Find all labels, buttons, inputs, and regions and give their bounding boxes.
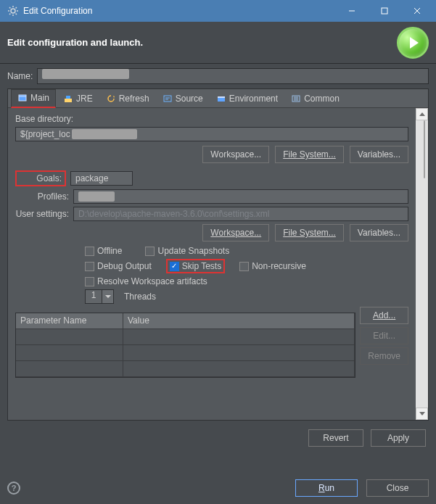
param-remove-button: Remove (360, 347, 408, 365)
param-edit-button: Edit... (360, 327, 408, 344)
svg-rect-10 (382, 8, 387, 14)
title-bar: Edit Configuration (0, 0, 436, 22)
config-panel: Main JRE Refresh Source Environment Comm… (7, 88, 429, 421)
threads-dropdown[interactable] (102, 289, 114, 304)
skip-tests-checkbox[interactable]: Skip Tests (166, 259, 225, 273)
parameters-table: Parameter Name Value (15, 313, 355, 378)
revert-button[interactable]: Revert (308, 429, 363, 447)
tab-bar: Main JRE Refresh Source Environment Comm… (8, 89, 428, 108)
tab-environment-label: Environment (229, 94, 278, 104)
profiles-input[interactable] (73, 189, 408, 204)
svg-line-7 (9, 14, 10, 15)
tab-source[interactable]: Source (157, 89, 209, 108)
common-tab-icon (291, 94, 301, 104)
usersettings-label: User settings: (15, 209, 69, 219)
svg-point-0 (11, 9, 15, 13)
usersettings-input[interactable]: D:\develop\apache-maven-3.6.0\conf\setti… (73, 207, 408, 221)
value-col-header[interactable]: Value (123, 313, 355, 329)
goals-label: Goals: (15, 170, 66, 186)
profiles-label: Profiles: (15, 191, 69, 202)
tab-refresh[interactable]: Refresh (100, 89, 155, 108)
refresh-tab-icon (106, 94, 116, 104)
window-title: Edit Configuration (23, 6, 335, 16)
svg-line-8 (16, 7, 17, 8)
scroll-down-button[interactable] (416, 408, 428, 420)
debug-output-checkbox[interactable]: Debug Output (85, 261, 152, 271)
threads-label: Threads (124, 292, 156, 302)
close-dialog-button[interactable]: Close (366, 479, 429, 497)
scroll-up-button[interactable] (416, 108, 428, 120)
scrollbar-thumb[interactable] (424, 120, 425, 178)
main-tab-icon (17, 93, 28, 103)
svg-line-5 (9, 7, 10, 8)
tab-refresh-label: Refresh (119, 94, 149, 104)
dialog-header-text: Edit configuration and launch. (7, 37, 397, 48)
name-row: Name: (7, 68, 429, 84)
table-cell[interactable] (16, 329, 123, 345)
table-cell[interactable] (16, 345, 123, 361)
goals-input[interactable]: package (70, 171, 133, 186)
tab-source-label: Source (176, 94, 203, 104)
run-icon (397, 27, 429, 59)
chevron-down-icon (105, 295, 111, 299)
tab-jre-label: JRE (76, 94, 93, 104)
basedir-workspace-button[interactable]: Workspace... (202, 146, 269, 163)
usersettings-variables-button[interactable]: Variables... (350, 224, 408, 241)
table-cell[interactable] (123, 345, 355, 361)
svg-rect-17 (164, 96, 171, 102)
tab-common[interactable]: Common (285, 89, 345, 108)
usersettings-workspace-button[interactable]: Workspace... (202, 224, 269, 241)
environment-tab-icon (216, 94, 226, 104)
minimize-button[interactable] (335, 0, 368, 22)
param-col-header[interactable]: Parameter Name (16, 313, 123, 329)
basedir-filesystem-button[interactable]: File System... (275, 146, 344, 163)
source-tab-icon (163, 94, 173, 104)
param-add-button[interactable]: Add... (360, 307, 408, 324)
svg-rect-13 (19, 95, 26, 101)
vertical-scrollbar[interactable] (416, 108, 428, 420)
basedir-variables-button[interactable]: Variables... (350, 146, 408, 163)
app-icon (7, 5, 19, 17)
offline-checkbox[interactable]: Offline (85, 246, 122, 256)
threads-input[interactable]: 1 (85, 289, 102, 304)
tab-common-label: Common (304, 94, 340, 104)
svg-rect-16 (66, 96, 70, 99)
help-button[interactable]: ? (7, 482, 20, 495)
usersettings-filesystem-button[interactable]: File System... (275, 224, 344, 241)
resolve-workspace-checkbox[interactable]: Resolve Workspace artifacts (85, 276, 207, 286)
base-dir-label: Base directory: (15, 114, 408, 124)
close-button[interactable] (400, 0, 433, 22)
tab-main-label: Main (30, 93, 49, 103)
name-label: Name: (7, 71, 33, 81)
name-input[interactable] (37, 68, 429, 84)
tab-environment[interactable]: Environment (210, 89, 284, 108)
base-dir-input[interactable]: ${project_loc (15, 127, 408, 141)
svg-line-6 (16, 14, 17, 15)
jre-tab-icon (63, 94, 73, 104)
table-cell[interactable] (123, 361, 355, 377)
run-button[interactable]: Run (295, 479, 358, 497)
update-snapshots-checkbox[interactable]: Update Snapshots (145, 246, 229, 256)
dialog-header: Edit configuration and launch. (0, 22, 436, 64)
table-cell[interactable] (123, 329, 355, 345)
maximize-button[interactable] (368, 0, 400, 22)
svg-rect-21 (218, 96, 225, 98)
apply-button[interactable]: Apply (371, 429, 426, 447)
tab-jre[interactable]: JRE (57, 89, 99, 108)
non-recursive-checkbox[interactable]: Non-recursive (239, 261, 306, 271)
svg-rect-15 (65, 99, 72, 102)
table-cell[interactable] (16, 361, 123, 377)
tab-main[interactable]: Main (11, 89, 56, 108)
